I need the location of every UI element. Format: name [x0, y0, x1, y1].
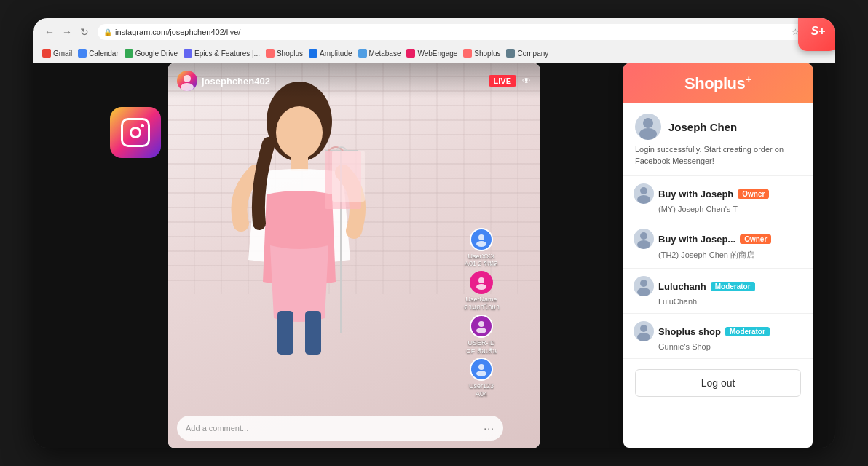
store-role-3: Moderator [711, 282, 755, 291]
comment-item-4: User123A04 [429, 358, 534, 398]
epics-label: Epics & Features |... [194, 50, 260, 58]
store-item-2[interactable]: Buy with Josep... Owner (TH2) Joseph Che… [623, 221, 813, 269]
comment-more-icon[interactable]: ··· [484, 422, 494, 434]
drive-favicon [125, 49, 133, 58]
comment-input-bar[interactable]: Add a comment... ··· [177, 416, 503, 441]
bookmark-metabase[interactable]: Metabase [358, 49, 401, 58]
svg-point-19 [643, 118, 653, 128]
comment-avatar-3 [470, 315, 493, 338]
nav-buttons: ← → ↻ [42, 25, 92, 39]
model-silhouette [212, 78, 387, 355]
svg-point-16 [476, 328, 486, 333]
metabase-label: Metabase [369, 50, 401, 58]
shoplus-panel: Shoplus+ Joseph Chen Login successfully.… [623, 63, 813, 448]
svg-point-28 [637, 333, 650, 341]
corner-plus-symbol: + [818, 25, 825, 37]
stream-header: josephchen402 LIVE 👁 [168, 63, 540, 98]
store-item-3[interactable]: Luluchanh Moderator LuluChanh [623, 269, 813, 314]
shoplus-favicon [266, 49, 275, 58]
store-role-1: Owner [738, 189, 769, 199]
svg-point-26 [637, 288, 650, 296]
bookmark-shoplus[interactable]: Shoplus [266, 49, 303, 58]
store-role-4: Moderator [725, 327, 770, 336]
svg-point-24 [637, 240, 650, 249]
calendar-favicon [78, 49, 87, 58]
svg-point-12 [476, 241, 486, 247]
svg-rect-5 [277, 311, 293, 355]
user-info-section: Joseph Chen Login successfully. Start cr… [623, 103, 813, 176]
login-message: Login successfully. Start creating order… [635, 144, 801, 167]
comment-text-4: User123A04 [469, 382, 494, 398]
store-item-1[interactable]: Buy with Joseph Owner (MY) Joseph Chen's… [623, 176, 813, 221]
stream-user-avatar [177, 71, 197, 91]
comment-avatar-2 [470, 271, 493, 294]
svg-point-17 [478, 364, 484, 370]
store-sub-name-3: LuluChanh [658, 297, 802, 306]
comment-item-3: USER-IDCF ส้มเส้น [429, 315, 534, 355]
svg-point-25 [640, 280, 647, 287]
svg-point-27 [640, 325, 647, 332]
shoplus-header: Shoplus+ [623, 63, 813, 103]
browser-chrome: ← → ↻ 🔒 instagram.com/josephchen402/live… [33, 18, 835, 63]
store-item-3-header: Luluchanh Moderator [634, 276, 802, 296]
store-item-4[interactable]: Shoplus shop Moderator Gunnie's Shop [623, 314, 813, 359]
svg-rect-10 [332, 151, 365, 202]
comment-item-2: UserNameตามตาโกษา [429, 271, 534, 312]
bookmark-calendar[interactable]: Calendar [78, 49, 119, 58]
bookmark-webengage[interactable]: WebEngage [406, 49, 457, 58]
bookmark-drive[interactable]: Google Drive [125, 49, 178, 58]
store-name-1: Buy with Joseph [658, 189, 733, 200]
device-frame: S+ ← → ↻ 🔒 instagram.com/josephchen402/l… [33, 18, 835, 448]
svg-point-13 [478, 277, 484, 283]
svg-point-1 [181, 83, 194, 91]
browser-content: josephchen402 LIVE 👁 [33, 63, 835, 448]
user-avatar [635, 114, 661, 140]
shoplus-corner-badge[interactable]: S+ [798, 18, 835, 55]
metabase-favicon [358, 49, 367, 58]
store-avatar-3 [634, 276, 654, 296]
calendar-label: Calendar [89, 50, 119, 58]
bookmark-epics[interactable]: Epics & Features |... [184, 49, 260, 58]
store-sub-name-2: (TH2) Joseph Chen 的商店 [658, 250, 802, 261]
bookmark-shoplus2[interactable]: Shoplus [463, 49, 500, 58]
viewer-count: 👁 [522, 76, 531, 86]
logout-button[interactable]: Log out [635, 369, 801, 397]
bookmarks-bar: Gmail Calendar Google Drive Epics & Feat… [33, 43, 835, 63]
shoplus-plus-symbol: + [746, 74, 751, 85]
store-name-3: Luluchanh [658, 281, 706, 292]
comment-avatar-1 [470, 228, 493, 251]
company-label: Company [517, 50, 548, 58]
company-favicon [506, 49, 515, 58]
user-info-row: Joseph Chen [635, 114, 801, 140]
address-text: instagram.com/josephchen402/live/ [115, 28, 240, 36]
comment-text-1: UserXXXA01 2 รีเทล [465, 253, 498, 269]
comment-item-1: UserXXXA01 2 รีเทล [429, 228, 534, 269]
webengage-label: WebEngage [417, 50, 457, 58]
drive-label: Google Drive [135, 50, 178, 58]
bookmark-company[interactable]: Company [506, 49, 548, 58]
svg-point-0 [184, 75, 191, 82]
bookmark-gmail[interactable]: Gmail [42, 49, 72, 58]
webengage-favicon [406, 49, 415, 58]
reload-button[interactable]: ↻ [77, 25, 92, 39]
shoplus2-label: Shoplus [474, 50, 500, 58]
forward-button[interactable]: → [60, 25, 74, 39]
stream-username: josephchen402 [202, 76, 489, 87]
svg-point-23 [640, 232, 647, 240]
store-name-4: Shoplus shop [658, 326, 721, 337]
svg-point-22 [637, 195, 650, 204]
comment-text-2: UserNameตามตาโกษา [464, 296, 500, 312]
shoplus-body: Joseph Chen Login successfully. Start cr… [623, 103, 813, 407]
shoplus2-favicon [463, 49, 472, 58]
address-bar[interactable]: 🔒 instagram.com/josephchen402/live/ ☆ [98, 24, 805, 40]
amplitude-label: Amplitude [320, 50, 352, 58]
model-image: UserXXXA01 2 รีเทล UserNameตามตาโกษา USE… [168, 63, 540, 448]
logout-section: Log out [623, 359, 813, 407]
live-stream-panel: josephchen402 LIVE 👁 [168, 63, 540, 448]
svg-point-20 [639, 128, 657, 140]
store-avatar-4 [634, 321, 654, 341]
amplitude-favicon [309, 49, 317, 58]
back-button[interactable]: ← [42, 25, 57, 39]
bookmark-amplitude[interactable]: Amplitude [309, 49, 352, 58]
corner-s-letter: S [810, 25, 818, 37]
